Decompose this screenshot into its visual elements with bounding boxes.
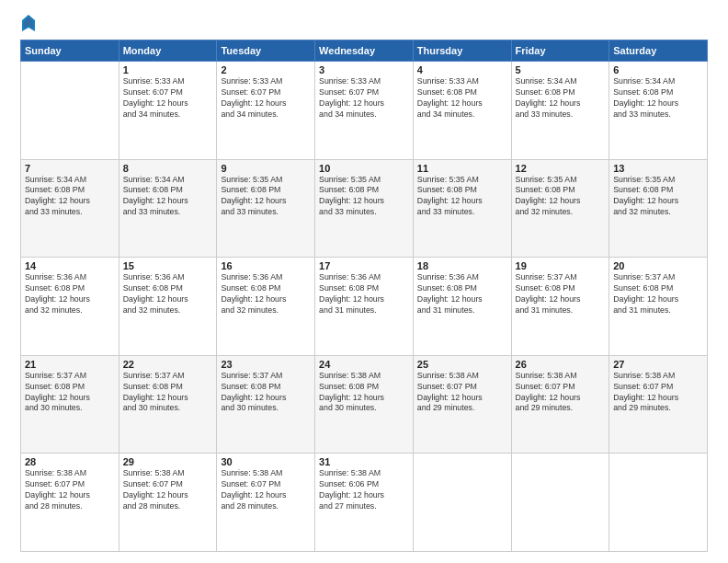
day-info: Sunrise: 5:34 AM Sunset: 6:08 PM Dayligh…: [123, 175, 213, 219]
day-info: Sunrise: 5:35 AM Sunset: 6:08 PM Dayligh…: [417, 175, 507, 219]
day-info: Sunrise: 5:38 AM Sunset: 6:08 PM Dayligh…: [319, 371, 409, 415]
column-header-tuesday: Tuesday: [217, 40, 315, 62]
day-number: 28: [25, 456, 115, 467]
day-number: 22: [123, 359, 213, 370]
day-info: Sunrise: 5:33 AM Sunset: 6:08 PM Dayligh…: [417, 76, 507, 121]
day-cell: 3Sunrise: 5:33 AM Sunset: 6:07 PM Daylig…: [315, 62, 414, 160]
day-number: 2: [221, 64, 311, 75]
day-cell: 20Sunrise: 5:37 AM Sunset: 6:08 PM Dayli…: [609, 258, 708, 356]
day-info: Sunrise: 5:34 AM Sunset: 6:08 PM Dayligh…: [516, 76, 606, 121]
day-info: Sunrise: 5:36 AM Sunset: 6:08 PM Dayligh…: [417, 272, 507, 316]
day-cell: 7Sunrise: 5:34 AM Sunset: 6:08 PM Daylig…: [21, 159, 119, 258]
day-cell: 5Sunrise: 5:34 AM Sunset: 6:08 PM Daylig…: [511, 62, 609, 160]
day-cell: 29Sunrise: 5:38 AM Sunset: 6:07 PM Dayli…: [119, 454, 217, 552]
day-cell: 22Sunrise: 5:37 AM Sunset: 6:08 PM Dayli…: [119, 355, 217, 454]
day-info: Sunrise: 5:38 AM Sunset: 6:07 PM Dayligh…: [613, 371, 703, 415]
day-number: 1: [123, 64, 213, 75]
day-cell: 19Sunrise: 5:37 AM Sunset: 6:08 PM Dayli…: [511, 258, 609, 356]
day-cell: 25Sunrise: 5:38 AM Sunset: 6:07 PM Dayli…: [413, 355, 511, 454]
calendar-body: 1Sunrise: 5:33 AM Sunset: 6:07 PM Daylig…: [21, 62, 708, 552]
day-number: 23: [221, 359, 311, 370]
day-info: Sunrise: 5:38 AM Sunset: 6:06 PM Dayligh…: [319, 468, 409, 512]
day-info: Sunrise: 5:38 AM Sunset: 6:07 PM Dayligh…: [25, 468, 115, 512]
day-number: 27: [613, 359, 703, 370]
day-number: 24: [319, 359, 409, 370]
day-info: Sunrise: 5:37 AM Sunset: 6:08 PM Dayligh…: [221, 371, 311, 415]
column-header-monday: Monday: [119, 40, 217, 62]
week-row-0: 1Sunrise: 5:33 AM Sunset: 6:07 PM Daylig…: [21, 62, 708, 160]
day-cell: 13Sunrise: 5:35 AM Sunset: 6:08 PM Dayli…: [609, 159, 708, 258]
calendar-table: SundayMondayTuesdayWednesdayThursdayFrid…: [20, 40, 708, 552]
day-info: Sunrise: 5:38 AM Sunset: 6:07 PM Dayligh…: [221, 468, 311, 512]
day-cell: 27Sunrise: 5:38 AM Sunset: 6:07 PM Dayli…: [609, 355, 708, 454]
day-number: 21: [25, 359, 115, 370]
day-cell: 17Sunrise: 5:36 AM Sunset: 6:08 PM Dayli…: [315, 258, 414, 356]
day-info: Sunrise: 5:36 AM Sunset: 6:08 PM Dayligh…: [25, 272, 115, 316]
day-number: 8: [123, 163, 213, 174]
day-number: 9: [221, 163, 311, 174]
day-number: 14: [25, 260, 115, 271]
day-info: Sunrise: 5:36 AM Sunset: 6:08 PM Dayligh…: [319, 272, 409, 316]
logo-text: [20, 17, 35, 34]
day-info: Sunrise: 5:36 AM Sunset: 6:08 PM Dayligh…: [221, 272, 311, 316]
calendar-header-row: SundayMondayTuesdayWednesdayThursdayFrid…: [21, 40, 708, 62]
day-number: 5: [516, 64, 606, 75]
day-cell: 23Sunrise: 5:37 AM Sunset: 6:08 PM Dayli…: [217, 355, 315, 454]
week-row-4: 28Sunrise: 5:38 AM Sunset: 6:07 PM Dayli…: [21, 454, 708, 552]
day-cell: 18Sunrise: 5:36 AM Sunset: 6:08 PM Dayli…: [413, 258, 511, 356]
day-cell: 6Sunrise: 5:34 AM Sunset: 6:08 PM Daylig…: [609, 62, 708, 160]
day-number: 29: [123, 456, 213, 467]
header: [20, 17, 708, 34]
day-cell: 10Sunrise: 5:35 AM Sunset: 6:08 PM Dayli…: [315, 159, 414, 258]
day-info: Sunrise: 5:33 AM Sunset: 6:07 PM Dayligh…: [221, 76, 311, 121]
day-cell: 16Sunrise: 5:36 AM Sunset: 6:08 PM Dayli…: [217, 258, 315, 356]
day-cell: 1Sunrise: 5:33 AM Sunset: 6:07 PM Daylig…: [119, 62, 217, 160]
day-cell: 12Sunrise: 5:35 AM Sunset: 6:08 PM Dayli…: [511, 159, 609, 258]
page: SundayMondayTuesdayWednesdayThursdayFrid…: [0, 0, 728, 563]
day-cell: [609, 454, 708, 552]
day-number: 18: [417, 260, 507, 271]
day-info: Sunrise: 5:33 AM Sunset: 6:07 PM Dayligh…: [123, 76, 213, 121]
day-info: Sunrise: 5:38 AM Sunset: 6:07 PM Dayligh…: [516, 371, 606, 415]
day-number: 26: [516, 359, 606, 370]
day-info: Sunrise: 5:34 AM Sunset: 6:08 PM Dayligh…: [613, 76, 703, 121]
day-number: 31: [319, 456, 409, 467]
day-cell: 9Sunrise: 5:35 AM Sunset: 6:08 PM Daylig…: [217, 159, 315, 258]
day-info: Sunrise: 5:37 AM Sunset: 6:08 PM Dayligh…: [25, 371, 115, 415]
day-number: 10: [319, 163, 409, 174]
day-cell: 2Sunrise: 5:33 AM Sunset: 6:07 PM Daylig…: [217, 62, 315, 160]
day-cell: [21, 62, 119, 160]
day-info: Sunrise: 5:37 AM Sunset: 6:08 PM Dayligh…: [613, 272, 703, 316]
day-number: 16: [221, 260, 311, 271]
day-cell: 30Sunrise: 5:38 AM Sunset: 6:07 PM Dayli…: [217, 454, 315, 552]
day-info: Sunrise: 5:35 AM Sunset: 6:08 PM Dayligh…: [221, 175, 311, 219]
day-number: 13: [613, 163, 703, 174]
day-number: 3: [319, 64, 409, 75]
day-number: 7: [25, 163, 115, 174]
day-cell: 26Sunrise: 5:38 AM Sunset: 6:07 PM Dayli…: [511, 355, 609, 454]
day-info: Sunrise: 5:34 AM Sunset: 6:08 PM Dayligh…: [25, 175, 115, 219]
day-cell: 4Sunrise: 5:33 AM Sunset: 6:08 PM Daylig…: [413, 62, 511, 160]
day-cell: [511, 454, 609, 552]
week-row-1: 7Sunrise: 5:34 AM Sunset: 6:08 PM Daylig…: [21, 159, 708, 258]
column-header-friday: Friday: [511, 40, 609, 62]
day-info: Sunrise: 5:35 AM Sunset: 6:08 PM Dayligh…: [516, 175, 606, 219]
week-row-2: 14Sunrise: 5:36 AM Sunset: 6:08 PM Dayli…: [21, 258, 708, 356]
column-header-sunday: Sunday: [21, 40, 119, 62]
logo: [20, 17, 35, 34]
day-cell: 14Sunrise: 5:36 AM Sunset: 6:08 PM Dayli…: [21, 258, 119, 356]
day-info: Sunrise: 5:38 AM Sunset: 6:07 PM Dayligh…: [123, 468, 213, 512]
day-info: Sunrise: 5:36 AM Sunset: 6:08 PM Dayligh…: [123, 272, 213, 316]
day-number: 12: [516, 163, 606, 174]
day-info: Sunrise: 5:33 AM Sunset: 6:07 PM Dayligh…: [319, 76, 409, 121]
day-number: 6: [613, 64, 703, 75]
day-info: Sunrise: 5:37 AM Sunset: 6:08 PM Dayligh…: [516, 272, 606, 316]
day-info: Sunrise: 5:37 AM Sunset: 6:08 PM Dayligh…: [123, 371, 213, 415]
day-number: 11: [417, 163, 507, 174]
day-cell: 31Sunrise: 5:38 AM Sunset: 6:06 PM Dayli…: [315, 454, 414, 552]
day-number: 20: [613, 260, 703, 271]
day-cell: 15Sunrise: 5:36 AM Sunset: 6:08 PM Dayli…: [119, 258, 217, 356]
day-info: Sunrise: 5:38 AM Sunset: 6:07 PM Dayligh…: [417, 371, 507, 415]
day-cell: 11Sunrise: 5:35 AM Sunset: 6:08 PM Dayli…: [413, 159, 511, 258]
day-info: Sunrise: 5:35 AM Sunset: 6:08 PM Dayligh…: [319, 175, 409, 219]
